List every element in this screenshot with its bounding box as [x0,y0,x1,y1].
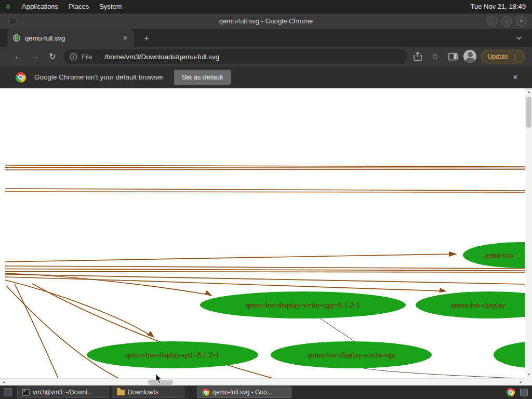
graph-node [494,341,525,368]
close-button[interactable]: × [516,16,527,26]
show-desktop-icon[interactable] [4,388,12,396]
task-button-terminal[interactable]: vm3@vm3:~/Downl... [17,387,109,398]
chrome-logo-icon [16,72,26,83]
tab-qemu-full-svg[interactable]: qemu-full.svg × [7,29,134,47]
graph-node: qemu-hw-display-qxl=8.1.2-1 [87,341,258,368]
tab-label: qemu-full.svg [25,34,121,42]
graph-node: qemu-hw-display-virtio-vga [271,341,432,368]
task-button-label: Downloads [128,389,158,396]
places-menu[interactable]: Places [63,0,94,14]
share-icon[interactable] [411,50,424,63]
set-as-default-button[interactable]: Set as default [174,70,231,85]
update-button[interactable]: Update ⋮ [481,50,525,63]
scroll-down-icon[interactable]: ▼ [525,371,532,378]
mouse-cursor [155,374,163,384]
window-title: qemu-full.svg - Google Chrome [0,14,532,29]
window-menu-icon[interactable] [8,17,17,25]
info-icon[interactable] [70,53,77,61]
graph-node-label: qemu-hw-display-qxl=8.1.2-1 [126,351,219,359]
system-tray [507,388,528,396]
desktop: Applications Places System Tue Nov 21, 1… [0,0,532,399]
new-tab-button[interactable]: + [140,32,153,45]
menu-dots-icon[interactable]: ⋮ [512,53,518,61]
browser-toolbar: ← → ↻ File /home/vm3/Downloads/qemu-full… [0,47,532,66]
maximize-button[interactable]: ▫ [501,16,512,26]
bookmark-star-icon[interactable]: ☆ [429,50,442,63]
infobar-message: Google Chrome isn't your default browser [34,73,164,81]
globe-icon [12,34,21,42]
horizontal-scrollbar[interactable]: ◄ ► [0,378,525,385]
system-menu[interactable]: System [94,0,127,14]
graph-node-label: qemu-hw-display-virtio-vga [307,351,395,359]
tab-close-icon[interactable]: × [121,33,130,43]
terminal-icon [22,389,30,396]
chevron-down-icon[interactable] [514,33,524,43]
graph-node: qemu-too [463,242,525,268]
side-panel-icon[interactable] [447,50,459,63]
minimize-button[interactable]: − [487,16,498,26]
svg-graph: qemu-too qemu-hw-display-virtio-vga=8.1.… [0,88,525,378]
reload-button[interactable]: ↻ [46,50,59,63]
tray-applet-icon[interactable] [520,389,528,396]
forward-button[interactable]: → [28,50,42,63]
applications-menu[interactable]: Applications [17,0,63,14]
scrollbar-corner [525,378,532,385]
file-scheme-chip: File [82,53,92,61]
task-button-label: qemu-full.svg - Goo... [212,389,272,396]
scroll-left-icon[interactable]: ◄ [0,379,7,385]
infobar-close-icon[interactable]: × [510,72,521,83]
address-bar[interactable]: File /home/vm3/Downloads/qemu-full.svg [63,49,407,64]
graph-node: qemu-hw-display-virtio-vga=8.1.2-1 [200,291,406,318]
update-label: Update [487,53,508,60]
vertical-scroll-thumb[interactable] [526,97,531,128]
scroll-right-icon[interactable]: ► [517,379,525,385]
tab-strip: qemu-full.svg × + [0,29,532,47]
svg-viewport: qemu-too qemu-hw-display-virtio-vga=8.1.… [0,88,532,385]
taskbar: vm3@vm3:~/Downl... Downloads qemu-full.s… [0,385,532,399]
chrome-icon [202,389,209,396]
distro-menu-icon[interactable] [4,3,12,11]
back-button[interactable]: ← [11,50,25,63]
profile-avatar-icon[interactable] [463,50,476,63]
folder-icon [117,390,125,395]
graph-node: qemu-hw-display [416,291,525,318]
task-button-chrome[interactable]: qemu-full.svg - Goo... [197,387,291,398]
default-browser-infobar: Google Chrome isn't your default browser… [0,66,532,88]
omnibox-divider [98,52,98,61]
clock[interactable]: Tue Nov 21, 18:49 [471,0,526,14]
graph-node-label: qemu-hw-display [451,301,506,309]
graph-node-label: qemu-hw-display-virtio-vga=8.1.2-1 [246,301,360,309]
vertical-scrollbar[interactable]: ▲ ▼ [525,88,532,378]
graph-edges [5,165,525,378]
tray-chrome-icon[interactable] [507,388,515,396]
task-button-label: vm3@vm3:~/Downl... [33,389,92,396]
top-panel: Applications Places System Tue Nov 21, 1… [0,0,532,14]
graph-node-label: qemu-too [483,251,513,259]
task-button-downloads[interactable]: Downloads [112,387,184,398]
scroll-up-icon[interactable]: ▲ [525,88,532,96]
window-titlebar: qemu-full.svg - Google Chrome − ▫ × [0,14,532,29]
omnibox-path[interactable]: /home/vm3/Downloads/qemu-full.svg [104,53,219,61]
